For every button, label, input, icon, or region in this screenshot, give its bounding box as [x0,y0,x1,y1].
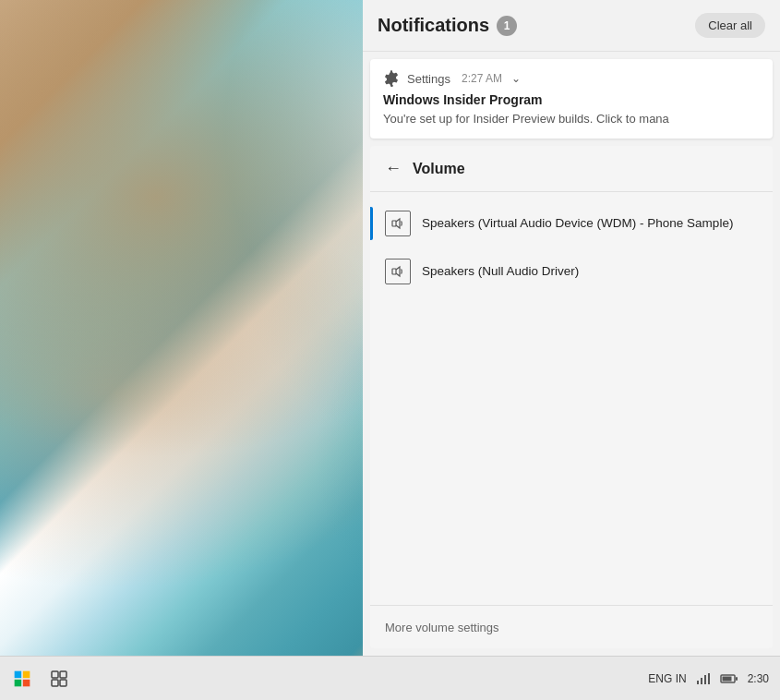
clear-all-button[interactable]: Clear all [695,13,765,38]
device-name: Speakers (Virtual Audio Device (WDM) - P… [422,215,733,233]
notifications-header: Notifications 1 Clear all [363,0,780,52]
clock: 2:30 [748,672,769,685]
network-icon [696,672,711,685]
settings-card-header: Settings 2:27 AM ⌄ [383,70,760,87]
svg-rect-6 [52,680,58,686]
speaker-icon [385,211,411,236]
svg-rect-14 [736,677,738,681]
volume-header: ← Volume [370,146,773,192]
volume-devices-list: Speakers (Virtual Audio Device (WDM) - P… [370,192,773,605]
settings-notification-time: 2:27 AM [462,72,502,85]
chevron-down-icon: ⌄ [511,72,521,85]
svg-rect-3 [23,679,30,686]
svg-rect-1 [23,670,30,678]
svg-rect-5 [60,671,66,678]
notification-body: You're set up for Insider Preview builds… [383,111,760,127]
svg-rect-8 [697,681,699,684]
notification-title: Windows Insider Program [383,92,760,107]
volume-footer: More volume settings [370,605,773,648]
notif-title-group: Notifications 1 [378,15,517,36]
svg-rect-2 [15,679,22,686]
svg-rect-13 [722,676,731,681]
notification-panel: Notifications 1 Clear all Settings 2:27 … [363,0,780,656]
notifications-title: Notifications [378,15,489,36]
svg-rect-7 [60,680,66,686]
device-name: Speakers (Null Audio Driver) [422,263,579,281]
battery-icon [720,673,738,684]
settings-gear-icon [383,70,400,87]
svg-rect-15 [392,221,396,226]
taskbar: ENG IN 2:30 [0,656,780,700]
svg-rect-10 [704,675,706,684]
taskbar-left [0,664,74,694]
svg-rect-11 [708,673,710,684]
svg-rect-0 [15,670,22,678]
speaker-icon [385,259,411,284]
volume-device-item[interactable]: Speakers (Virtual Audio Device (WDM) - P… [370,199,773,247]
task-view-button[interactable] [44,664,74,694]
volume-panel: ← Volume Speakers (Virtual Audio Device … [370,146,773,648]
svg-rect-16 [392,269,396,274]
settings-app-name: Settings [407,72,450,86]
volume-device-item[interactable]: Speakers (Null Audio Driver) [370,247,773,296]
start-button[interactable] [7,664,37,694]
back-arrow-button[interactable]: ← [385,159,402,178]
svg-rect-9 [701,678,702,684]
volume-title: Volume [413,161,465,177]
taskbar-right: ENG IN 2:30 [648,672,780,685]
notifications-badge: 1 [497,16,517,36]
language-indicator: ENG IN [648,672,686,685]
settings-notification-card[interactable]: Settings 2:27 AM ⌄ Windows Insider Progr… [370,59,773,139]
svg-rect-4 [52,671,58,678]
more-volume-settings-link[interactable]: More volume settings [385,621,499,634]
